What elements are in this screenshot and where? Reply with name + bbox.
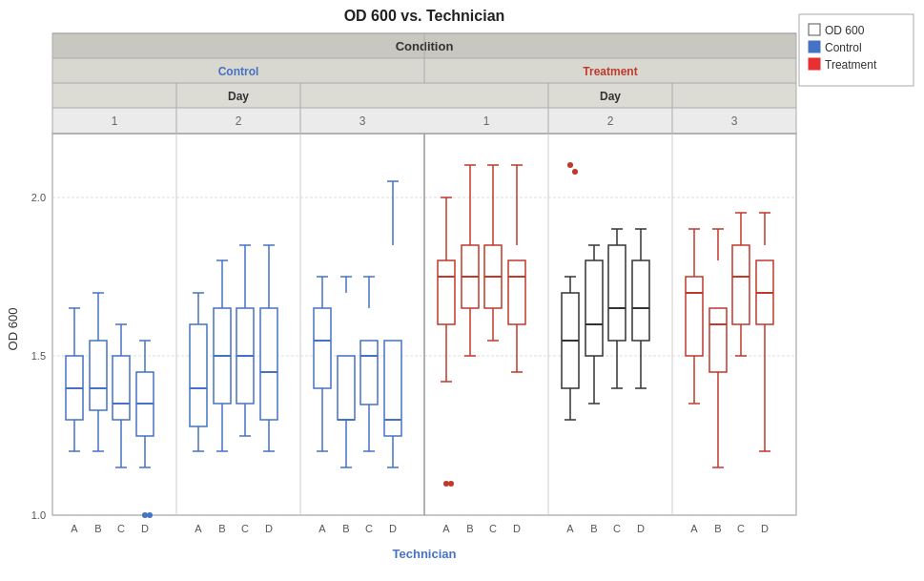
x-ctrl-d3-A: A	[318, 523, 326, 534]
chart-container: OD 600 vs. Technician OD 600 Control Tre…	[0, 0, 924, 581]
svg-rect-103	[360, 341, 378, 405]
control-day-header: Day	[228, 90, 249, 103]
svg-rect-47	[90, 341, 107, 410]
svg-rect-110	[384, 341, 401, 436]
treat-day2: 2	[607, 114, 614, 128]
legend-od600: OD 600	[825, 24, 865, 37]
svg-rect-67	[190, 324, 207, 426]
control-header: Control	[218, 65, 259, 78]
x-treat-d3-C: C	[737, 523, 745, 534]
svg-rect-168	[686, 277, 703, 356]
svg-rect-53	[113, 356, 130, 420]
svg-rect-4	[809, 41, 820, 52]
svg-rect-180	[732, 245, 749, 324]
x-ctrl-d2-C: C	[241, 523, 249, 534]
x-treat-d3-B: B	[714, 523, 721, 534]
svg-rect-174	[709, 308, 727, 372]
treat-day3: 3	[731, 114, 738, 128]
svg-rect-156	[608, 245, 626, 341]
svg-rect-150	[585, 260, 603, 356]
x-ctrl-d1-C: C	[117, 523, 125, 534]
x-treat-d1-B: B	[466, 523, 473, 534]
y-tick-20: 2.0	[31, 192, 46, 203]
x-ctrl-d1-B: B	[94, 523, 101, 534]
svg-rect-97	[338, 356, 355, 420]
svg-point-62	[147, 512, 153, 518]
svg-point-119	[448, 481, 454, 487]
x-ctrl-d2-A: A	[195, 523, 202, 534]
x-treat-d2-A: A	[566, 523, 574, 534]
x-treat-d2-C: C	[613, 523, 621, 534]
y-axis-label: OD 600	[6, 308, 20, 351]
x-ctrl-d1-D: D	[141, 523, 149, 534]
x-treat-d1-A: A	[442, 523, 450, 534]
x-ctrl-d3-D: D	[389, 523, 397, 534]
svg-rect-136	[508, 260, 525, 324]
x-ctrl-d3-B: B	[342, 523, 349, 534]
svg-rect-5	[809, 58, 820, 70]
x-treat-d3-D: D	[761, 523, 769, 534]
svg-rect-162	[632, 260, 649, 341]
x-treat-d2-B: B	[590, 523, 597, 534]
x-axis-label: Technician	[393, 547, 457, 561]
y-tick-15: 1.5	[31, 350, 46, 362]
x-ctrl-d2-B: B	[218, 523, 225, 534]
x-ctrl-d1-A: A	[71, 523, 78, 534]
x-treat-d2-D: D	[637, 523, 645, 534]
x-treat-d1-C: C	[489, 523, 497, 534]
treatment-header: Treatment	[583, 65, 637, 78]
x-ctrl-d2-D: D	[265, 523, 273, 534]
svg-rect-3	[809, 24, 820, 35]
x-treat-d3-A: A	[690, 523, 698, 534]
chart-title: OD 600 vs. Technician	[344, 8, 505, 24]
legend-treatment: Treatment	[825, 58, 877, 72]
legend-control: Control	[825, 41, 862, 54]
ctrl-day3: 3	[359, 114, 366, 128]
svg-rect-91	[314, 308, 331, 388]
svg-point-144	[567, 162, 573, 168]
svg-point-145	[572, 169, 578, 175]
y-tick-10: 1.0	[31, 509, 46, 521]
x-treat-d1-D: D	[513, 523, 521, 534]
ctrl-day1: 1	[112, 114, 118, 128]
x-ctrl-d3-C: C	[365, 523, 373, 534]
ctrl-day2: 2	[236, 114, 242, 128]
svg-rect-116	[438, 260, 455, 324]
svg-rect-85	[260, 308, 277, 420]
treatment-day-header: Day	[600, 90, 621, 103]
treat-day1: 1	[483, 114, 490, 128]
